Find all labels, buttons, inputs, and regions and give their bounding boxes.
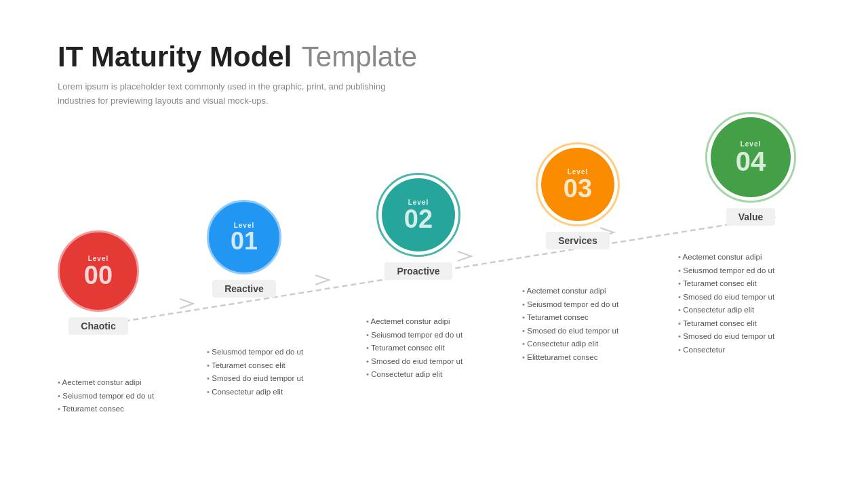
bullet-01-0: Seiusmod tempor ed do ut xyxy=(207,346,303,359)
bullet-04-4: Consectetur adip elit xyxy=(678,304,774,317)
bullet-02-4: Consectetur adip elit xyxy=(366,368,462,382)
bullet-04-1: Seiusmod tempor ed do ut xyxy=(678,264,774,278)
title-sub: Template xyxy=(302,41,417,73)
node-level-00: Level 00 Chaotic xyxy=(58,230,139,335)
level-00-name: Chaotic xyxy=(68,317,127,335)
bullet-01-1: Teturamet consec elit xyxy=(207,359,303,373)
level-03-number: 03 xyxy=(564,176,592,201)
bullet-03-1: Seiusmod tempor ed do ut xyxy=(522,298,618,312)
bullet-list-04: Aectemet constur adipi Seiusmod tempor e… xyxy=(678,251,774,357)
level-02-name: Proactive xyxy=(384,262,452,280)
bullet-03-4: Consectetur adip elit xyxy=(522,338,618,351)
bullet-00-2: Teturamet consec xyxy=(58,403,154,416)
bullet-01-2: Smosed do eiud tempor ut xyxy=(207,372,303,386)
subtitle-text: Lorem ipsum is placeholder text commonly… xyxy=(58,80,437,108)
title-section: IT Maturity Model Template Lorem ipsum i… xyxy=(58,41,810,108)
bullet-00-0: Aectemet constur adipi xyxy=(58,376,154,390)
bullet-00-1: Seiusmod tempor ed do ut xyxy=(58,390,154,403)
node-level-04: Level 04 Value xyxy=(705,112,796,226)
node-level-03: Level 03 Services xyxy=(536,142,620,249)
bullet-list-02: Aectemet constur adipi Seiusmod tempor e… xyxy=(366,315,462,382)
level-01-number: 01 xyxy=(231,229,258,253)
bullet-list-01: Seiusmod tempor ed do ut Teturamet conse… xyxy=(207,346,303,399)
bullet-03-3: Smosed do eiud tempor ut xyxy=(522,325,618,338)
bullet-03-0: Aectemet constur adipi xyxy=(522,285,618,298)
bullet-03-5: Elitteturamet consec xyxy=(522,351,618,365)
level-03-name: Services xyxy=(546,232,610,249)
bullet-04-6: Smosed do eiud tempor ut xyxy=(678,330,774,344)
bullet-04-7: Consectetur xyxy=(678,344,774,357)
bullet-04-3: Smosed do eiud tempor ut xyxy=(678,291,774,304)
level-04-number: 04 xyxy=(736,148,766,175)
bullet-04-2: Teturamet consec elit xyxy=(678,277,774,291)
bullet-01-3: Consectetur adip elit xyxy=(207,386,303,399)
node-level-01: Level 01 Reactive xyxy=(207,200,281,298)
bullet-03-2: Teturamet consec xyxy=(522,311,618,325)
bullet-04-0: Aectemet constur adipi xyxy=(678,251,774,264)
node-level-02: Level 02 Proactive xyxy=(376,173,460,280)
level-02-number: 02 xyxy=(404,206,433,232)
bullet-02-0: Aectemet constur adipi xyxy=(366,315,462,329)
bullet-02-3: Smosed do eiud tempor ut xyxy=(366,355,462,369)
title-main: IT Maturity Model xyxy=(58,41,292,73)
level-04-name: Value xyxy=(726,208,776,226)
slide: IT Maturity Model Template Lorem ipsum i… xyxy=(0,0,868,488)
level-00-number: 00 xyxy=(84,262,113,288)
bullet-02-2: Teturamet consec elit xyxy=(366,342,462,355)
bullet-02-1: Seiusmod tempor ed do ut xyxy=(366,329,462,342)
bullet-04-5: Teturamet consec elit xyxy=(678,317,774,331)
bullet-list-00: Aectemet constur adipi Seiusmod tempor e… xyxy=(58,376,154,416)
bullet-list-03: Aectemet constur adipi Seiusmod tempor e… xyxy=(522,285,618,364)
level-01-name: Reactive xyxy=(212,280,276,298)
